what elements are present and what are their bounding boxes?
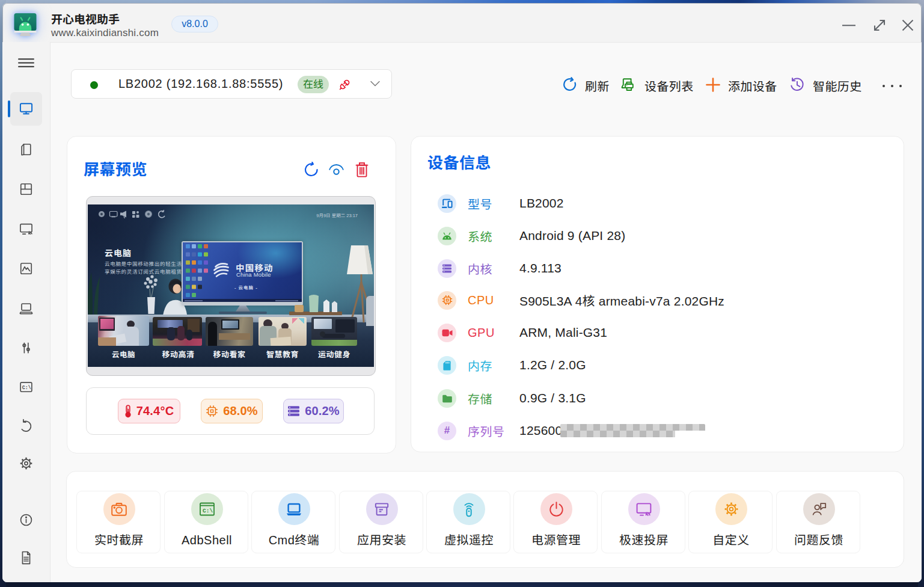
svg-text:C:\: C:\ bbox=[203, 508, 213, 514]
svg-text:C:\: C:\ bbox=[22, 385, 31, 391]
